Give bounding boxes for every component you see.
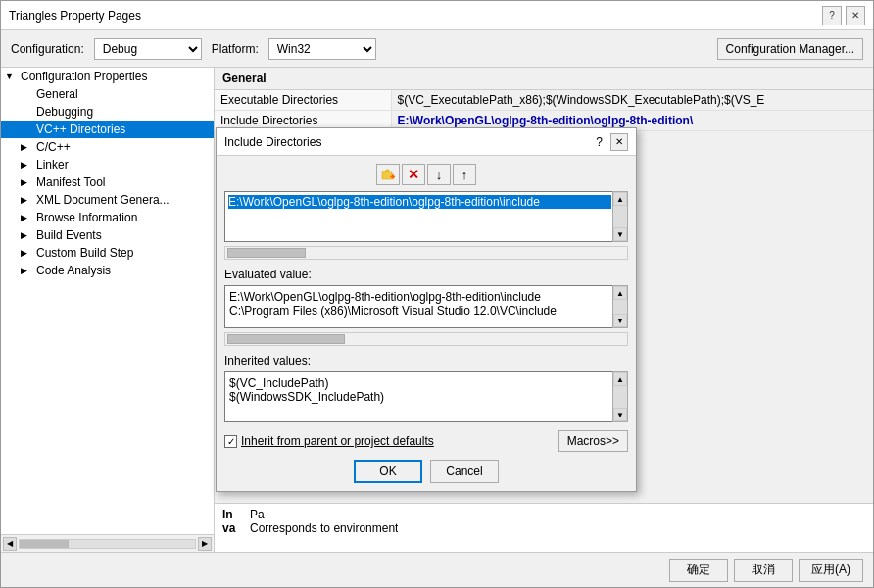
sidebar-item-label: General bbox=[36, 87, 78, 101]
sidebar-item-manifest-tool[interactable]: ▶ Manifest Tool bbox=[1, 173, 214, 191]
vscroll-track bbox=[613, 206, 627, 227]
checkbox-row: ✓ Inherit from parent or project default… bbox=[224, 430, 628, 452]
sidebar-item-vc-directories[interactable]: VC++ Directories bbox=[1, 121, 214, 138]
scroll-left-btn[interactable]: ◀ bbox=[3, 537, 17, 551]
eval-vscroll-up[interactable]: ▲ bbox=[613, 286, 627, 300]
sidebar-item-build-events[interactable]: ▶ Build Events bbox=[1, 226, 214, 244]
move-up-button[interactable]: ↑ bbox=[453, 164, 476, 185]
eval-vscroll[interactable]: ▲ ▼ bbox=[612, 285, 628, 328]
inherit-checkbox[interactable]: ✓ bbox=[224, 435, 237, 448]
prop-name: Executable Directories bbox=[215, 90, 391, 111]
eval-line-1: C:\Program Files (x86)\Microsoft Visual … bbox=[229, 304, 611, 318]
inherited-vscroll-down[interactable]: ▼ bbox=[613, 408, 627, 421]
expand-icon: ▶ bbox=[21, 160, 36, 170]
info-row-2: va Corresponds to environment bbox=[222, 521, 865, 535]
eval-hscroll[interactable] bbox=[224, 332, 628, 346]
input-line-0[interactable]: E:\Work\OpenGL\oglpg-8th-edition\oglpg-8… bbox=[228, 195, 611, 209]
inherited-container: $(VC_IncludePath) $(WindowsSDK_IncludePa… bbox=[224, 371, 628, 422]
input-list[interactable]: E:\Work\OpenGL\oglpg-8th-edition\oglpg-8… bbox=[224, 191, 628, 242]
table-row: Executable Directories $(VC_ExecutablePa… bbox=[215, 90, 873, 111]
close-button[interactable]: ✕ bbox=[846, 6, 865, 25]
sidebar-item-c-cpp[interactable]: ▶ C/C++ bbox=[1, 138, 214, 156]
sidebar-item-general[interactable]: General bbox=[1, 85, 214, 103]
input-vscroll[interactable]: ▲ ▼ bbox=[612, 191, 628, 242]
info-label-2: va bbox=[222, 521, 242, 535]
config-select[interactable]: Debug bbox=[94, 38, 202, 60]
eval-vscroll-track bbox=[613, 300, 627, 314]
dialog-close-btn[interactable]: ✕ bbox=[610, 133, 628, 151]
left-scroll-bar: ◀ ▶ bbox=[1, 534, 214, 552]
sidebar-item-label: Custom Build Step bbox=[36, 246, 133, 260]
svg-text:✦: ✦ bbox=[389, 172, 395, 181]
macros-button[interactable]: Macros>> bbox=[558, 430, 628, 452]
sidebar-item-label: Code Analysis bbox=[36, 264, 111, 277]
expand-icon: ▶ bbox=[21, 213, 36, 222]
eval-hscroll-thumb bbox=[227, 334, 345, 344]
config-manager-button[interactable]: Configuration Manager... bbox=[717, 38, 863, 60]
expand-icon: ▶ bbox=[21, 230, 36, 240]
sidebar-item-xml-doc[interactable]: ▶ XML Document Genera... bbox=[1, 191, 214, 209]
inherited-label: Inherited values: bbox=[224, 354, 628, 368]
input-hscroll[interactable] bbox=[224, 246, 628, 260]
add-item-button[interactable]: ✦ bbox=[376, 164, 400, 185]
info-row-1: In Pa bbox=[222, 508, 865, 521]
property-table: Executable Directories $(VC_ExecutablePa… bbox=[215, 90, 873, 131]
add-icon: ✦ bbox=[381, 168, 395, 181]
scroll-track[interactable] bbox=[19, 539, 196, 549]
expand-icon: ▶ bbox=[21, 142, 36, 152]
dialog-toolbar: ✦ ✕ ↓ ↑ bbox=[224, 164, 628, 185]
dialog-help-btn[interactable]: ? bbox=[592, 135, 607, 149]
inherited-vscroll-up[interactable]: ▲ bbox=[613, 372, 627, 386]
ok-cancel-row: OK Cancel bbox=[224, 460, 628, 483]
move-down-button[interactable]: ↓ bbox=[427, 164, 451, 185]
dialog-title-controls: ? ✕ bbox=[592, 133, 628, 151]
platform-select[interactable]: Win32 bbox=[268, 38, 376, 60]
inherit-checkbox-label[interactable]: Inherit from parent or project defaults bbox=[241, 434, 434, 448]
sidebar-item-linker[interactable]: ▶ Linker bbox=[1, 156, 214, 173]
eval-vscroll-down[interactable]: ▼ bbox=[613, 314, 627, 327]
sidebar-item-label: Browse Information bbox=[36, 211, 137, 224]
eval-box: E:\Work\OpenGL\oglpg-8th-edition\oglpg-8… bbox=[224, 285, 628, 328]
dialog-cancel-button[interactable]: Cancel bbox=[430, 460, 499, 483]
inherited-vscroll-track bbox=[613, 386, 627, 408]
window-title: Triangles Property Pages bbox=[9, 9, 141, 23]
scroll-thumb bbox=[20, 540, 69, 548]
sidebar-item-code-analysis[interactable]: ▶ Code Analysis bbox=[1, 262, 214, 279]
expand-icon: ▶ bbox=[21, 266, 36, 275]
sidebar-item-label: Build Events bbox=[36, 228, 102, 242]
vscroll-up-btn[interactable]: ▲ bbox=[613, 192, 627, 206]
inherited-box: $(VC_IncludePath) $(WindowsSDK_IncludePa… bbox=[224, 371, 628, 422]
info-label-1: In bbox=[222, 508, 242, 521]
title-bar: Triangles Property Pages ? ✕ bbox=[1, 1, 873, 30]
apply-button[interactable]: 应用(A) bbox=[799, 559, 863, 582]
vscroll-down-btn[interactable]: ▼ bbox=[613, 227, 627, 241]
delete-item-button[interactable]: ✕ bbox=[402, 164, 425, 185]
scroll-right-btn[interactable]: ▶ bbox=[198, 537, 212, 551]
input-hscroll-thumb bbox=[227, 248, 306, 258]
prop-value[interactable]: $(VC_ExecutablePath_x86);$(WindowsSDK_Ex… bbox=[391, 90, 873, 111]
expand-icon: ▶ bbox=[21, 177, 36, 187]
help-button[interactable]: ? bbox=[822, 6, 842, 25]
tree-panel: ▼ Configuration Properties General Debug… bbox=[1, 68, 215, 534]
eval-label: Evaluated value: bbox=[224, 268, 628, 281]
sidebar-item-label: Debugging bbox=[36, 105, 93, 119]
arrow-spacer bbox=[21, 124, 36, 134]
eval-line-0: E:\Work\OpenGL\oglpg-8th-edition\oglpg-8… bbox=[229, 290, 611, 304]
dialog-title: Include Directories bbox=[224, 135, 321, 149]
inherited-vscroll[interactable]: ▲ ▼ bbox=[612, 371, 628, 422]
input-list-container: E:\Work\OpenGL\oglpg-8th-edition\oglpg-8… bbox=[224, 191, 628, 242]
platform-label: Platform: bbox=[212, 42, 259, 56]
dialog-ok-button[interactable]: OK bbox=[354, 460, 422, 483]
sidebar-item-browse-info[interactable]: ▶ Browse Information bbox=[1, 209, 214, 226]
sidebar-item-custom-build[interactable]: ▶ Custom Build Step bbox=[1, 244, 214, 262]
arrow-spacer bbox=[21, 89, 36, 99]
sidebar-item-debugging[interactable]: Debugging bbox=[1, 103, 214, 121]
config-row: Configuration: Debug Platform: Win32 Con… bbox=[1, 30, 873, 68]
config-label: Configuration: bbox=[11, 42, 84, 56]
sidebar-item-config-props[interactable]: ▼ Configuration Properties bbox=[1, 68, 214, 85]
eval-container: E:\Work\OpenGL\oglpg-8th-edition\oglpg-8… bbox=[224, 285, 628, 328]
sidebar-item-label: Configuration Properties bbox=[21, 70, 147, 83]
sidebar-item-label: Linker bbox=[36, 158, 69, 172]
confirm-button[interactable]: 确定 bbox=[669, 559, 728, 582]
cancel-button[interactable]: 取消 bbox=[734, 559, 793, 582]
